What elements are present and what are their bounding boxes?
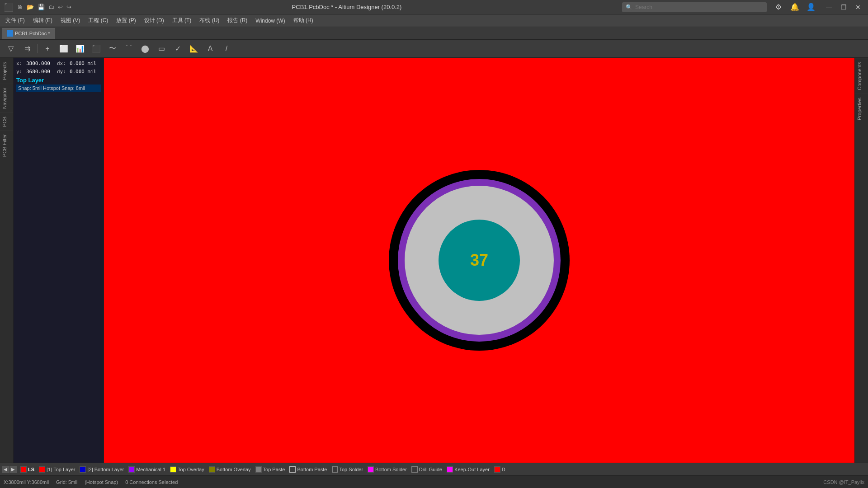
layer-bottom-color <box>80 466 86 473</box>
menu-item-r[interactable]: 报告 (R) <box>224 16 251 25</box>
layer-bottom-paste-label: Bottom Paste <box>297 467 327 472</box>
via-btn[interactable]: ⬤ <box>138 42 152 55</box>
dy-label: dy: <box>57 68 66 76</box>
tabbar: PCB1.PcbDoc * <box>0 27 868 40</box>
sidebar-tab-properties[interactable]: Properties <box>855 94 868 124</box>
layer-bottom-solder[interactable]: Bottom Solder <box>367 466 408 473</box>
x-coord-line: x: 3800.000 dx: 0.000 mil <box>16 60 101 68</box>
close-button[interactable]: ✕ <box>852 2 864 13</box>
menu-item-c[interactable]: 工程 (C) <box>85 16 112 25</box>
menu-item-p[interactable]: 放置 (P) <box>113 16 139 25</box>
sidebar-tab-pcbfilter[interactable]: PCB Filter <box>0 130 13 160</box>
track-btn[interactable]: 〜 <box>105 42 120 55</box>
layer-mechanical[interactable]: Mechanical 1 <box>127 466 166 473</box>
y-value: 3680.000 <box>26 68 53 76</box>
layer-bottom-solder-label: Bottom Solder <box>375 467 407 472</box>
route-btn[interactable]: ⇉ <box>20 42 34 55</box>
toolbar: ▽ ⇉ + ⬜ 📊 ⬛ 〜 ⌒ ⬤ ▭ ✓ 📐 A / <box>0 40 868 58</box>
maximize-button[interactable]: ❐ <box>837 2 850 13</box>
search-input[interactable] <box>635 4 763 10</box>
polygon-btn[interactable]: ▭ <box>154 42 169 55</box>
layer-ls[interactable]: LS <box>19 466 35 473</box>
layer-top[interactable]: [1] Top Layer <box>38 466 76 473</box>
window-controls: — ❐ ✕ <box>823 2 864 13</box>
layer-drill-guide-color <box>411 466 418 473</box>
chart-btn[interactable]: 📊 <box>73 42 87 55</box>
account-icon[interactable]: 👤 <box>805 1 817 14</box>
layer-top-label: [1] Top Layer <box>47 467 75 472</box>
dx-label: dx: <box>57 60 66 68</box>
layer-next-btn[interactable]: ▶ <box>9 466 17 473</box>
save-btn[interactable]: 💾 <box>38 4 45 10</box>
menu-item-f[interactable]: 文件 (F) <box>2 16 28 25</box>
titlebar-left-icons: ⬛ 🗎 📂 💾 🗂 ↩ ↪ <box>4 2 71 12</box>
pad-purple-ring: 37 <box>398 179 561 342</box>
layer-top-paste-label: Top Paste <box>263 467 285 472</box>
layer-ls-label: LS <box>28 467 34 472</box>
sidebar-tab-components[interactable]: Components <box>855 58 868 94</box>
tab-icon <box>7 30 13 37</box>
sidebar-tab-pcb[interactable]: PCB <box>0 113 13 131</box>
minimize-button[interactable]: — <box>823 2 835 13</box>
layer-bottom-label: [2] Bottom Layer <box>87 467 124 472</box>
open-btn[interactable]: 📂 <box>27 4 34 10</box>
layer-mechanical-label: Mechanical 1 <box>136 467 165 472</box>
layer-bottom-paste-color <box>289 466 296 473</box>
status-credit: CSDN @IT_Paylix <box>823 479 864 485</box>
menu-item-windoww[interactable]: Window (W) <box>252 17 288 25</box>
menu-item-h[interactable]: 帮助 (H) <box>290 16 317 25</box>
snap-info: Snap: 5mil Hotspot Snap: 8mil <box>16 84 101 92</box>
layer-top-paste[interactable]: Top Paste <box>255 466 286 473</box>
x-label: x: <box>16 60 23 68</box>
status-coords: X:3800mil Y:3680mil <box>4 479 49 485</box>
dx-value: 0.000 mil <box>70 60 97 68</box>
menu-item-d[interactable]: 设计 (D) <box>141 16 168 25</box>
pad-number: 37 <box>470 251 488 270</box>
menu-item-e[interactable]: 编辑 (E) <box>29 16 56 25</box>
layer-d[interactable]: D <box>493 466 506 473</box>
new-btn[interactable]: 🗎 <box>17 4 23 10</box>
undo-btn[interactable]: ↩ <box>58 4 63 10</box>
status-left: X:3800mil Y:3680mil Grid: 5mil (Hotspot … <box>4 479 178 485</box>
text-btn[interactable]: A <box>203 42 217 55</box>
select-rect-btn[interactable]: ⬜ <box>57 42 71 55</box>
filter-btn[interactable]: ▽ <box>4 42 18 55</box>
search-bar[interactable]: 🔍 <box>622 2 767 12</box>
layer-top-solder[interactable]: Top Solder <box>331 466 364 473</box>
status-connections: 0 Connections Selected <box>125 479 178 485</box>
add-btn[interactable]: + <box>40 42 55 55</box>
layer-nav: ◀ ▶ <box>2 466 17 473</box>
measure-btn[interactable]: 📐 <box>187 42 201 55</box>
status-grid: Grid: 5mil <box>56 479 77 485</box>
drc-btn[interactable]: ✓ <box>170 42 185 55</box>
layer-bar: ◀ ▶ LS [1] Top Layer [2] Bottom Layer Me… <box>0 463 868 475</box>
titlebar: ⬛ 🗎 📂 💾 🗂 ↩ ↪ PCB1.PcbDoc * - Altium Des… <box>0 0 868 14</box>
layer-prev-btn[interactable]: ◀ <box>2 466 9 473</box>
menu-item-u[interactable]: 布线 (U) <box>196 16 223 25</box>
left-sidebar: Projects Navigator PCB PCB Filter <box>0 58 14 463</box>
layer-keepout[interactable]: Keep-Out Layer <box>446 466 491 473</box>
layer-bottom-overlay[interactable]: Bottom Overlay <box>208 466 252 473</box>
layer-top-overlay-color <box>170 466 176 473</box>
settings-icon[interactable]: ⚙ <box>772 1 785 14</box>
layer-top-overlay[interactable]: Top Overlay <box>169 466 205 473</box>
layer-top-solder-color <box>332 466 338 473</box>
layer-top-overlay-label: Top Overlay <box>178 467 204 472</box>
line-btn[interactable]: / <box>219 42 234 55</box>
menu-item-v[interactable]: 视图 (V) <box>57 16 84 25</box>
layer-bottom-paste[interactable]: Bottom Paste <box>288 466 328 473</box>
layer-bottom[interactable]: [2] Bottom Layer <box>79 466 125 473</box>
arc-btn[interactable]: ⌒ <box>122 42 136 55</box>
layer-drill-guide[interactable]: Drill Guide <box>410 466 443 473</box>
save-all-btn[interactable]: 🗂 <box>48 4 54 10</box>
sidebar-tab-projects[interactable]: Projects <box>0 58 13 84</box>
sidebar-tab-navigator[interactable]: Navigator <box>0 84 13 113</box>
canvas-area[interactable]: 37 <box>104 58 854 463</box>
redo-btn[interactable]: ↪ <box>66 4 71 10</box>
right-sidebar: Components Properties <box>854 58 868 463</box>
pcb-tab[interactable]: PCB1.PcbDoc * <box>2 28 55 39</box>
menu-item-t[interactable]: 工具 (T) <box>169 16 195 25</box>
component-btn[interactable]: ⬛ <box>89 42 104 55</box>
pad-center: 37 <box>439 220 520 301</box>
notifications-icon[interactable]: 🔔 <box>788 1 801 14</box>
